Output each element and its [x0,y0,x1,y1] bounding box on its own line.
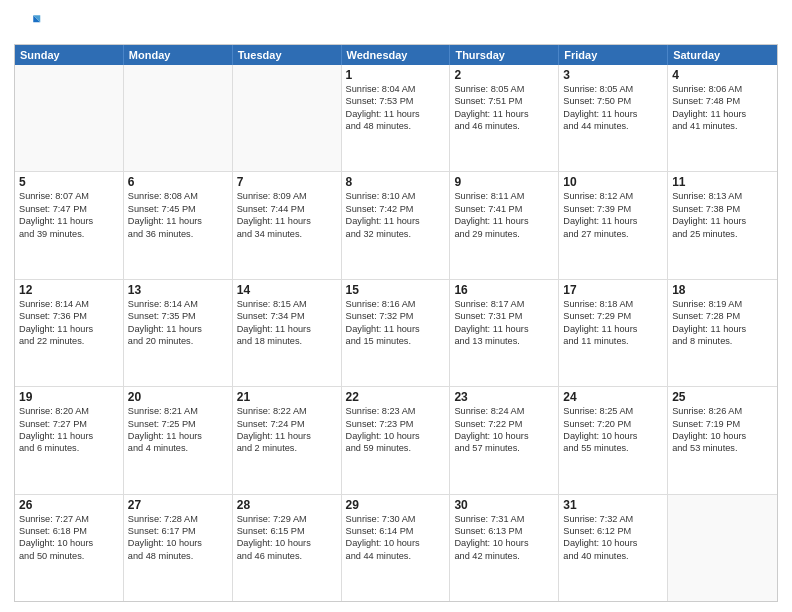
logo [14,10,46,38]
cell-line: Sunrise: 7:28 AM [128,513,228,525]
cell-line: and 13 minutes. [454,335,554,347]
day-number: 28 [237,498,337,512]
calendar-cell [124,65,233,171]
day-number: 2 [454,68,554,82]
cell-line: and 48 minutes. [346,120,446,132]
day-number: 15 [346,283,446,297]
cell-line: Daylight: 11 hours [563,108,663,120]
cell-line: Sunset: 6:12 PM [563,525,663,537]
calendar-cell: 18Sunrise: 8:19 AMSunset: 7:28 PMDayligh… [668,280,777,386]
calendar-cell: 16Sunrise: 8:17 AMSunset: 7:31 PMDayligh… [450,280,559,386]
cell-line: and 36 minutes. [128,228,228,240]
cell-line: Daylight: 11 hours [346,323,446,335]
cell-line: Sunrise: 8:23 AM [346,405,446,417]
calendar-cell: 22Sunrise: 8:23 AMSunset: 7:23 PMDayligh… [342,387,451,493]
cell-line: and 48 minutes. [128,550,228,562]
cell-line: Daylight: 10 hours [563,430,663,442]
cell-line: and 46 minutes. [237,550,337,562]
logo-icon [14,10,42,38]
cell-line: Sunrise: 8:05 AM [563,83,663,95]
cell-line: Sunset: 7:53 PM [346,95,446,107]
cell-line: Sunrise: 8:14 AM [19,298,119,310]
cell-line: Sunset: 6:15 PM [237,525,337,537]
cell-line: Sunrise: 8:08 AM [128,190,228,202]
cell-line: Sunset: 7:50 PM [563,95,663,107]
cell-line: Sunset: 7:28 PM [672,310,773,322]
day-number: 11 [672,175,773,189]
page: SundayMondayTuesdayWednesdayThursdayFrid… [0,0,792,612]
weekday-header: Sunday [15,45,124,65]
calendar-cell: 7Sunrise: 8:09 AMSunset: 7:44 PMDaylight… [233,172,342,278]
cell-line: Sunrise: 8:22 AM [237,405,337,417]
day-number: 21 [237,390,337,404]
cell-line: Sunrise: 7:27 AM [19,513,119,525]
cell-line: Sunset: 7:31 PM [454,310,554,322]
day-number: 24 [563,390,663,404]
cell-line: Sunset: 6:18 PM [19,525,119,537]
cell-line: Daylight: 11 hours [19,430,119,442]
cell-line: Sunrise: 8:12 AM [563,190,663,202]
cell-line: Sunrise: 7:30 AM [346,513,446,525]
cell-line: and 29 minutes. [454,228,554,240]
calendar-cell: 10Sunrise: 8:12 AMSunset: 7:39 PMDayligh… [559,172,668,278]
calendar-cell [233,65,342,171]
calendar-row: 5Sunrise: 8:07 AMSunset: 7:47 PMDaylight… [15,171,777,278]
cell-line: and 6 minutes. [19,442,119,454]
cell-line: Daylight: 11 hours [454,108,554,120]
cell-line: Daylight: 11 hours [237,215,337,227]
cell-line: and 59 minutes. [346,442,446,454]
weekday-header: Monday [124,45,233,65]
weekday-header: Wednesday [342,45,451,65]
cell-line: Sunset: 7:25 PM [128,418,228,430]
calendar-cell: 21Sunrise: 8:22 AMSunset: 7:24 PMDayligh… [233,387,342,493]
cell-line: Daylight: 11 hours [563,215,663,227]
calendar-cell: 24Sunrise: 8:25 AMSunset: 7:20 PMDayligh… [559,387,668,493]
cell-line: Sunrise: 8:18 AM [563,298,663,310]
day-number: 10 [563,175,663,189]
cell-line: Sunset: 7:44 PM [237,203,337,215]
cell-line: Daylight: 11 hours [19,215,119,227]
calendar-row: 12Sunrise: 8:14 AMSunset: 7:36 PMDayligh… [15,279,777,386]
calendar-cell: 9Sunrise: 8:11 AMSunset: 7:41 PMDaylight… [450,172,559,278]
cell-line: and 22 minutes. [19,335,119,347]
calendar-cell: 23Sunrise: 8:24 AMSunset: 7:22 PMDayligh… [450,387,559,493]
cell-line: and 57 minutes. [454,442,554,454]
calendar-cell: 13Sunrise: 8:14 AMSunset: 7:35 PMDayligh… [124,280,233,386]
cell-line: Sunset: 7:32 PM [346,310,446,322]
cell-line: Sunset: 7:22 PM [454,418,554,430]
calendar-cell: 5Sunrise: 8:07 AMSunset: 7:47 PMDaylight… [15,172,124,278]
cell-line: Sunrise: 8:07 AM [19,190,119,202]
header [14,10,778,38]
cell-line: and 25 minutes. [672,228,773,240]
cell-line: Sunset: 7:24 PM [237,418,337,430]
cell-line: Sunrise: 8:11 AM [454,190,554,202]
cell-line: and 8 minutes. [672,335,773,347]
cell-line: Daylight: 11 hours [672,108,773,120]
cell-line: Daylight: 10 hours [346,430,446,442]
cell-line: Sunrise: 8:21 AM [128,405,228,417]
cell-line: Daylight: 11 hours [237,430,337,442]
day-number: 17 [563,283,663,297]
cell-line: and 40 minutes. [563,550,663,562]
weekday-header: Tuesday [233,45,342,65]
calendar-cell: 4Sunrise: 8:06 AMSunset: 7:48 PMDaylight… [668,65,777,171]
cell-line: and 20 minutes. [128,335,228,347]
day-number: 27 [128,498,228,512]
calendar-cell: 15Sunrise: 8:16 AMSunset: 7:32 PMDayligh… [342,280,451,386]
day-number: 12 [19,283,119,297]
cell-line: Sunrise: 7:29 AM [237,513,337,525]
cell-line: Daylight: 11 hours [128,430,228,442]
cell-line: and 34 minutes. [237,228,337,240]
cell-line: Sunset: 7:23 PM [346,418,446,430]
day-number: 3 [563,68,663,82]
day-number: 6 [128,175,228,189]
calendar-cell: 20Sunrise: 8:21 AMSunset: 7:25 PMDayligh… [124,387,233,493]
cell-line: and 15 minutes. [346,335,446,347]
cell-line: Sunset: 7:20 PM [563,418,663,430]
cell-line: and 53 minutes. [672,442,773,454]
cell-line: Sunset: 7:51 PM [454,95,554,107]
cell-line: Sunrise: 8:15 AM [237,298,337,310]
cell-line: Sunrise: 8:24 AM [454,405,554,417]
calendar-cell: 8Sunrise: 8:10 AMSunset: 7:42 PMDaylight… [342,172,451,278]
cell-line: Daylight: 10 hours [672,430,773,442]
